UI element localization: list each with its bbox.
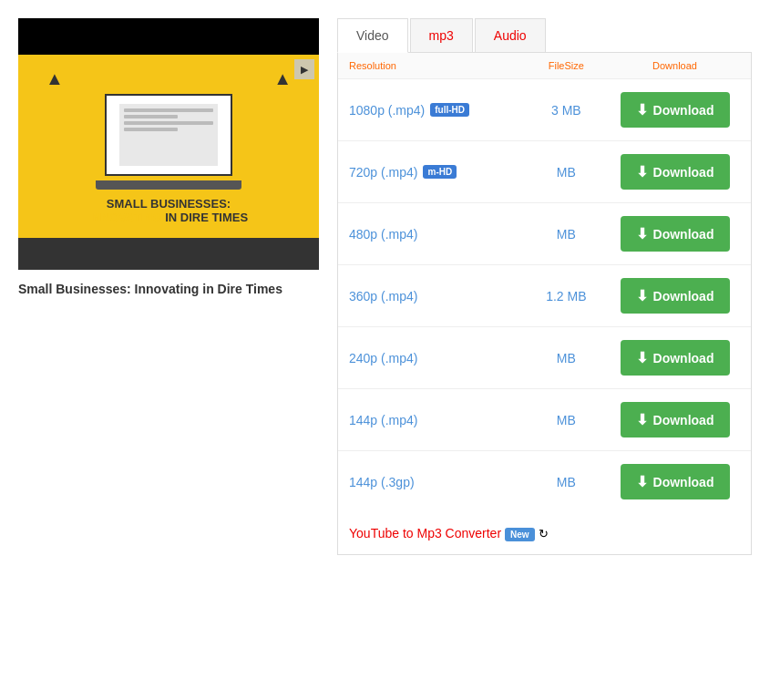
row-resolution: 144p (.3gp) xyxy=(349,475,523,489)
tab-audio[interactable]: Audio xyxy=(475,18,546,52)
highlight-text: INNOVATING xyxy=(89,211,165,224)
yt-mp3-link[interactable]: YouTube to Mp3 Converter xyxy=(349,526,501,540)
download-button[interactable]: ⬇Download xyxy=(621,92,730,128)
row-filesize: MB xyxy=(523,165,610,180)
header-filesize: FileSize xyxy=(523,60,610,71)
row-filesize: MB xyxy=(523,475,610,489)
table-row: 240p (.mp4)MB⬇Download xyxy=(338,327,751,389)
screen-line-short xyxy=(124,115,178,118)
row-filesize: 3 MB xyxy=(523,103,610,118)
screen-line xyxy=(124,108,214,112)
row-filesize: MB xyxy=(523,351,610,365)
row-resolution: 240p (.mp4) xyxy=(349,351,523,365)
download-button[interactable]: ⬇Download xyxy=(621,216,730,252)
title-line2: INNOVATING IN DIRE TIMES xyxy=(89,211,248,224)
table-row: 480p (.mp4)MB⬇Download xyxy=(338,203,751,265)
table-row: 360p (.mp4)1.2 MB⬇Download xyxy=(338,265,751,327)
download-button[interactable]: ⬇Download xyxy=(621,340,730,376)
tab-video[interactable]: Video xyxy=(337,18,408,53)
row-download-cell: ⬇Download xyxy=(610,278,740,314)
row-resolution: 1080p (.mp4)full-HD xyxy=(349,103,523,118)
thumbnail-wrapper: ▶ ▲ ▲ xyxy=(18,18,319,270)
screen-line-short-2 xyxy=(124,128,178,131)
row-filesize: MB xyxy=(523,227,610,242)
table-row: 720p (.mp4)m-HDMB⬇Download xyxy=(338,141,751,203)
table-row: 1080p (.mp4)full-HD3 MB⬇Download xyxy=(338,79,751,141)
table-body: 1080p (.mp4)full-HD3 MB⬇Download720p (.m… xyxy=(338,79,751,512)
row-resolution: 480p (.mp4) xyxy=(349,227,523,242)
row-filesize: MB xyxy=(523,413,610,427)
table-row: 144p (.mp4)MB⬇Download xyxy=(338,389,751,451)
row-download-cell: ⬇Download xyxy=(610,216,740,252)
header-download: Download xyxy=(610,60,740,71)
resolution-badge: full-HD xyxy=(430,103,469,117)
download-icon: ⬇ xyxy=(636,473,648,490)
download-button[interactable]: ⬇Download xyxy=(621,154,730,190)
table-row: 144p (.3gp)MB⬇Download xyxy=(338,451,751,512)
header-resolution: Resolution xyxy=(349,60,523,71)
tri-left: ▲ xyxy=(46,68,64,89)
download-icon: ⬇ xyxy=(636,349,648,366)
new-badge: New xyxy=(505,528,535,541)
table-header: Resolution FileSize Download xyxy=(338,53,751,79)
download-icon: ⬇ xyxy=(636,163,648,180)
row-download-cell: ⬇Download xyxy=(610,402,740,438)
left-panel: ▶ ▲ ▲ xyxy=(18,18,319,555)
row-download-cell: ⬇Download xyxy=(610,340,740,376)
footer-row: YouTube to Mp3 ConverterNew ↻ xyxy=(338,512,751,554)
row-download-cell: ⬇Download xyxy=(610,154,740,190)
row-filesize: 1.2 MB xyxy=(523,289,610,304)
row-resolution: 720p (.mp4)m-HD xyxy=(349,165,523,180)
row-download-cell: ⬇Download xyxy=(610,92,740,128)
download-button[interactable]: ⬇Download xyxy=(621,464,730,499)
keyboard xyxy=(96,180,241,190)
download-button[interactable]: ⬇Download xyxy=(621,278,730,314)
normal-text: IN DIRE TIMES xyxy=(165,211,248,224)
tabs: Video mp3 Audio xyxy=(337,18,752,53)
download-button[interactable]: ⬇Download xyxy=(621,402,730,438)
download-icon: ⬇ xyxy=(636,411,648,428)
right-panel: Video mp3 Audio Resolution FileSize Down… xyxy=(337,18,752,555)
black-bar-top xyxy=(18,18,319,55)
screen-line-2 xyxy=(124,121,214,125)
resolution-badge: m-HD xyxy=(423,165,457,179)
title-line1: SMALL BUSINESSES: xyxy=(89,197,248,211)
download-icon: ⬇ xyxy=(636,225,648,242)
screen-content xyxy=(119,104,219,167)
decorative-triangles: ▲ ▲ xyxy=(46,68,292,89)
video-title: Small Businesses: Innovating in Dire Tim… xyxy=(18,281,319,299)
title-text: SMALL BUSINESSES: INNOVATING IN DIRE TIM… xyxy=(89,197,248,224)
tab-mp3[interactable]: mp3 xyxy=(410,18,473,52)
tri-right: ▲ xyxy=(273,68,292,89)
screen-area xyxy=(105,94,232,176)
thumb-content: ▲ ▲ SMALL BUSINESSES: xyxy=(32,68,305,224)
download-icon: ⬇ xyxy=(636,101,648,118)
table-wrapper: Resolution FileSize Download 1080p (.mp4… xyxy=(337,53,752,555)
row-resolution: 360p (.mp4) xyxy=(349,289,523,304)
black-bar-bottom xyxy=(18,238,319,270)
download-icon: ⬇ xyxy=(636,287,648,304)
row-resolution: 144p (.mp4) xyxy=(349,413,523,427)
row-download-cell: ⬇Download xyxy=(610,464,740,499)
thumbnail-image: ▶ ▲ ▲ xyxy=(18,55,319,238)
